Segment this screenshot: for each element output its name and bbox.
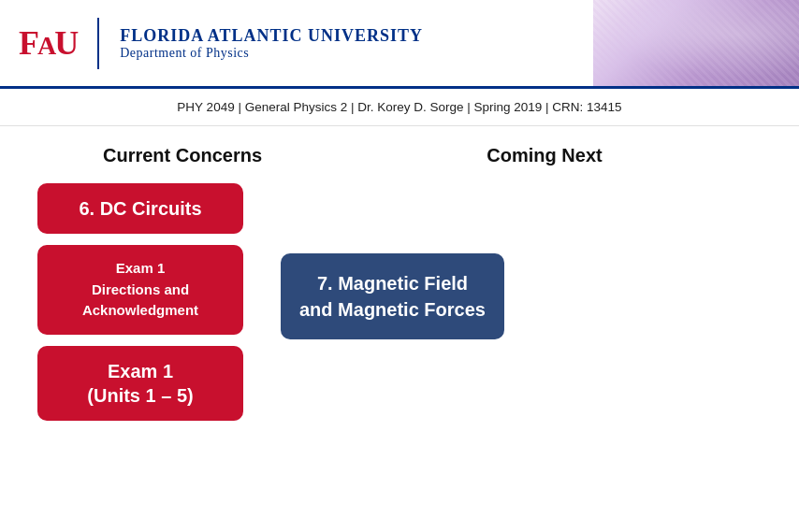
magnetic-field-line1: 7. Magnetic Field bbox=[317, 273, 468, 294]
exam1-directions-line2: Directions and bbox=[92, 281, 189, 297]
logo-area: FAU Florida Atlantic University Departme… bbox=[19, 18, 423, 69]
course-info-text: PHY 2049 | General Physics 2 | Dr. Korey… bbox=[177, 100, 621, 114]
right-column: 7. Magnetic Field and Magnetic Forces bbox=[281, 183, 504, 339]
exam1-directions-card[interactable]: Exam 1 Directions and Acknowledgment bbox=[37, 245, 243, 335]
exam1-directions-line1: Exam 1 bbox=[116, 260, 166, 276]
magnetic-field-line2: and Magnetic Forces bbox=[299, 299, 486, 320]
exam1-directions-line3: Acknowledgment bbox=[82, 302, 198, 318]
department-name: Department of Physics bbox=[120, 46, 423, 61]
current-concerns-header: Current Concerns bbox=[37, 145, 327, 166]
course-info-bar: PHY 2049 | General Physics 2 | Dr. Korey… bbox=[0, 89, 799, 126]
left-column: 6. DC Circuits Exam 1 Directions and Ack… bbox=[37, 183, 243, 421]
header-decorative-image bbox=[593, 0, 799, 89]
column-headers: Current Concerns Coming Next bbox=[37, 145, 762, 166]
header-text: Florida Atlantic University Department o… bbox=[120, 26, 423, 61]
dc-circuits-card[interactable]: 6. DC Circuits bbox=[37, 183, 243, 234]
university-name: Florida Atlantic University bbox=[120, 26, 423, 46]
cards-area: 6. DC Circuits Exam 1 Directions and Ack… bbox=[37, 183, 762, 421]
page-header: FAU Florida Atlantic University Departme… bbox=[0, 0, 799, 89]
coming-next-header: Coming Next bbox=[327, 145, 762, 166]
main-content: Current Concerns Coming Next 6. DC Circu… bbox=[0, 126, 799, 439]
dc-circuits-label: 6. DC Circuits bbox=[79, 198, 201, 219]
exam1-units-line2: (Units 1 – 5) bbox=[87, 385, 193, 406]
fau-logo: FAU bbox=[19, 26, 77, 60]
header-divider bbox=[97, 18, 99, 69]
magnetic-field-card[interactable]: 7. Magnetic Field and Magnetic Forces bbox=[281, 253, 504, 339]
exam1-units-line1: Exam 1 bbox=[108, 361, 173, 381]
exam1-units-card[interactable]: Exam 1 (Units 1 – 5) bbox=[37, 346, 243, 421]
